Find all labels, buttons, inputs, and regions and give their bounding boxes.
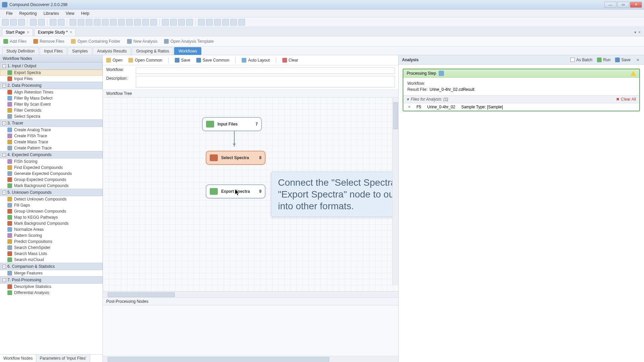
toolbar-button[interactable]: [118, 19, 125, 26]
open-template-button[interactable]: Open Analysis Template: [164, 39, 214, 44]
workflow-node-item[interactable]: Normalize Areas: [0, 226, 103, 232]
workflow-node-item[interactable]: Search ChemSpider: [0, 245, 103, 251]
workflow-node-item[interactable]: Mark Background Compounds: [0, 220, 103, 226]
category-header[interactable]: −1. Input / Output: [0, 62, 103, 70]
toolbar-button[interactable]: [142, 19, 149, 26]
category-header[interactable]: −6. Comparison & Statistics: [0, 263, 103, 270]
sidebar-tab-parameters[interactable]: Parameters of 'Input Files': [36, 355, 90, 362]
workflow-node-item[interactable]: Merge Features: [0, 270, 103, 276]
node-select-spectra[interactable]: Select Spectra 8: [206, 151, 266, 165]
toolbar-button[interactable]: [110, 19, 117, 26]
workflow-node-item[interactable]: Filter By Scan Event: [0, 101, 103, 107]
tabs-close-icon[interactable]: ×: [638, 30, 641, 35]
toolbar-button[interactable]: [198, 19, 205, 26]
category-header[interactable]: −3. Tracer: [0, 119, 103, 127]
workflow-node-item[interactable]: Filter By Mass Defect: [0, 95, 103, 101]
remove-files-button[interactable]: Remove Files: [33, 39, 64, 44]
workflow-node-item[interactable]: Search Mass Lists: [0, 251, 103, 257]
workflow-desc-input[interactable]: [136, 76, 395, 87]
clear-button[interactable]: Clear: [282, 58, 298, 63]
toolbar-button[interactable]: [222, 19, 229, 26]
run-button[interactable]: Run: [597, 58, 610, 62]
workflow-node-item[interactable]: Mark Background Compounds: [0, 183, 103, 189]
workflow-node-item[interactable]: Create Pattern Trace: [0, 145, 103, 151]
sidebar-tab-nodes[interactable]: Workflow Nodes: [0, 355, 36, 362]
menu-file[interactable]: File: [3, 10, 16, 17]
processing-step-header[interactable]: Processing Step: [403, 69, 639, 78]
tab-start-page[interactable]: Start Page ×: [2, 28, 33, 36]
toolbar-button[interactable]: [162, 19, 169, 26]
scroll-thumb[interactable]: [393, 102, 398, 129]
category-header[interactable]: −7. Post-Processing: [0, 276, 103, 284]
workflow-node-item[interactable]: Input Files: [0, 76, 103, 82]
tab-study-definition[interactable]: Study Definition: [2, 47, 39, 55]
menu-help[interactable]: Help: [78, 10, 93, 17]
workflow-node-item[interactable]: Map to KEGG Pathways: [0, 214, 103, 220]
toolbar-button[interactable]: [58, 19, 65, 26]
toolbar-button[interactable]: [38, 19, 45, 26]
toolbar-button[interactable]: [70, 19, 76, 26]
toolbar-button[interactable]: [78, 19, 84, 26]
tab-analysis-results[interactable]: Analysis Results: [93, 47, 131, 55]
toolbar-button[interactable]: [134, 19, 141, 26]
horizontal-scrollbar[interactable]: [103, 291, 398, 297]
open-button[interactable]: Open: [106, 58, 122, 63]
workflow-canvas[interactable]: Input Files 7 Select Spectra 8 Export Sp…: [103, 98, 398, 291]
node-input-files[interactable]: Input Files 7: [202, 117, 262, 131]
workflow-node-item[interactable]: Group Expected Compounds: [0, 177, 103, 183]
scroll-thumb[interactable]: [108, 292, 175, 297]
toolbar-button[interactable]: [50, 19, 56, 26]
toolbar-button[interactable]: [102, 19, 109, 26]
toolbar-button[interactable]: [10, 19, 17, 26]
workflow-node-item[interactable]: Select Spectra: [0, 113, 103, 119]
save-button[interactable]: Save: [175, 58, 190, 63]
workflow-node-item[interactable]: Descriptive Statistics: [0, 284, 103, 290]
workflow-node-item[interactable]: Filter Centroids: [0, 107, 103, 113]
toolbar-button[interactable]: [206, 19, 213, 26]
workflow-node-item[interactable]: FISh Scoring: [0, 158, 103, 165]
files-for-analysis-header[interactable]: ▾ Files for Analysis: (1) ✖Clear All: [403, 95, 639, 103]
workflow-node-item[interactable]: Fill Gaps: [0, 202, 103, 208]
close-panel-icon[interactable]: ×: [635, 57, 641, 63]
scroll-thumb[interactable]: [108, 357, 329, 362]
save-common-button[interactable]: Save Common: [196, 58, 229, 63]
workflow-node-item[interactable]: Search mzCloud: [0, 257, 103, 263]
category-header[interactable]: −5. Unknown Compounds: [0, 189, 103, 196]
new-analysis-button[interactable]: New Analysis: [127, 39, 157, 44]
category-header[interactable]: −4. Expected Compounds: [0, 151, 103, 158]
add-files-button[interactable]: Add Files: [3, 39, 27, 44]
close-button[interactable]: ✕: [630, 2, 642, 8]
menu-reporting[interactable]: Reporting: [16, 10, 40, 17]
workflow-name-input[interactable]: [136, 67, 395, 74]
workflow-node-item[interactable]: Pattern Scoring: [0, 232, 103, 239]
workflow-node-item[interactable]: Export Spectra: [0, 70, 103, 76]
toolbar-button[interactable]: [86, 19, 92, 26]
tab-grouping-ratios[interactable]: Grouping & Ratios: [132, 47, 173, 55]
toolbar-button[interactable]: [94, 19, 100, 26]
workflow-node-item[interactable]: Find Expected Compounds: [0, 165, 103, 171]
toolbar-button[interactable]: [238, 19, 245, 26]
save-analysis-button[interactable]: Save: [615, 58, 630, 62]
tab-example-study[interactable]: Example Study * ×: [34, 28, 76, 36]
workflow-node-item[interactable]: Create Mass Trace: [0, 139, 103, 145]
workflow-node-item[interactable]: Generate Expected Compounds: [0, 171, 103, 177]
clear-all-button[interactable]: ✖Clear All: [616, 97, 636, 102]
tab-close-icon[interactable]: ×: [27, 30, 29, 35]
post-processing-area[interactable]: [103, 305, 398, 356]
toolbar-button[interactable]: [230, 19, 237, 26]
tab-samples[interactable]: Samples: [68, 47, 92, 55]
tab-input-files[interactable]: Input Files: [40, 47, 67, 55]
toolbar-button[interactable]: [178, 19, 185, 26]
toolbar-button[interactable]: [30, 19, 37, 26]
toolbar-button[interactable]: [170, 19, 177, 26]
remove-file-icon[interactable]: ×: [408, 105, 410, 109]
auto-layout-button[interactable]: Auto Layout: [242, 58, 270, 63]
minimize-button[interactable]: —: [604, 2, 616, 8]
workflow-node-item[interactable]: Create FISh Trace: [0, 133, 103, 139]
open-common-button[interactable]: Open Common: [128, 58, 162, 63]
menu-view[interactable]: View: [62, 10, 78, 17]
tabs-dropdown-icon[interactable]: ▾: [634, 30, 636, 35]
toolbar-button[interactable]: [186, 19, 193, 26]
open-folder-button[interactable]: Open Containing Folder: [71, 39, 120, 44]
node-export-spectra[interactable]: Export Spectra 9: [206, 184, 266, 198]
